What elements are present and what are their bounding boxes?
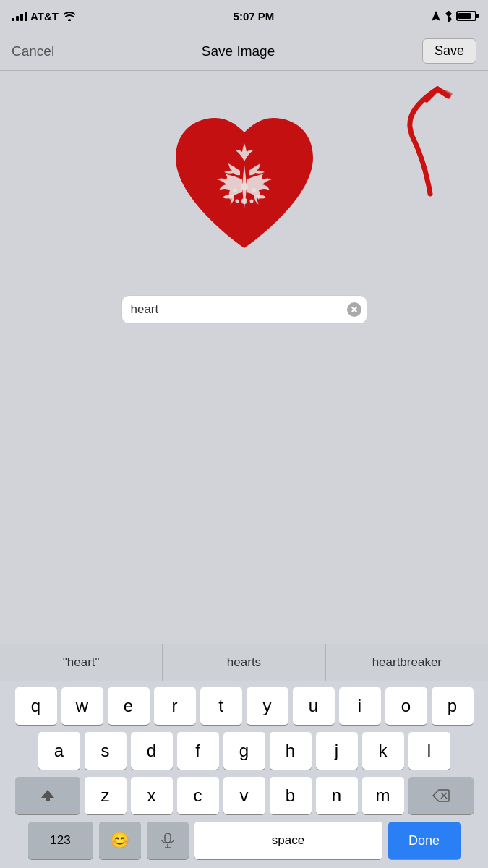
- key-t[interactable]: t: [200, 687, 242, 725]
- signal-bar-2: [16, 16, 19, 21]
- svg-point-8: [235, 200, 239, 203]
- wifi-icon: [63, 11, 76, 21]
- status-bar: AT&T 5:07 PM: [0, 0, 488, 32]
- key-c[interactable]: c: [177, 777, 219, 814]
- key-u[interactable]: u: [293, 687, 335, 725]
- status-time: 5:07 PM: [234, 10, 275, 22]
- autocomplete-bar: "heart" hearts heartbreaker: [0, 644, 488, 681]
- key-q[interactable]: q: [15, 687, 57, 725]
- svg-point-5: [241, 198, 247, 204]
- key-r[interactable]: r: [154, 687, 196, 725]
- content-area: [0, 71, 488, 375]
- svg-point-7: [252, 188, 256, 192]
- delete-key[interactable]: [408, 777, 474, 814]
- key-j[interactable]: j: [316, 732, 358, 770]
- key-i[interactable]: i: [339, 687, 381, 725]
- nav-title: Save Image: [202, 43, 275, 59]
- heart-svg: [165, 107, 324, 266]
- space-key[interactable]: space: [194, 822, 382, 859]
- arrow-annotation: [372, 78, 466, 208]
- key-d[interactable]: d: [131, 732, 173, 770]
- status-right: [432, 11, 476, 22]
- search-container: [121, 295, 367, 324]
- svg-point-9: [249, 200, 253, 203]
- key-y[interactable]: y: [247, 687, 288, 725]
- status-left: AT&T: [12, 10, 76, 22]
- key-w[interactable]: w: [61, 687, 103, 725]
- cancel-button[interactable]: Cancel: [12, 43, 54, 59]
- autocomplete-item-2[interactable]: heartbreaker: [326, 644, 488, 681]
- signal-bar-1: [12, 18, 14, 21]
- svg-rect-12: [165, 833, 171, 843]
- keyboard-row-4: 123 😊 space Done: [3, 822, 485, 865]
- carrier-label: AT&T: [30, 10, 59, 22]
- bluetooth-icon: [445, 11, 452, 22]
- svg-point-4: [241, 183, 248, 190]
- done-key[interactable]: Done: [388, 822, 461, 859]
- nav-bar: Cancel Save Image Save: [0, 32, 488, 71]
- key-l[interactable]: l: [408, 732, 450, 770]
- shift-key[interactable]: [15, 777, 80, 814]
- numbers-key[interactable]: 123: [28, 822, 93, 859]
- keyboard: q w e r t y u i o p a s d f g h j k l: [0, 681, 488, 868]
- microphone-key[interactable]: [147, 822, 189, 859]
- search-clear-button[interactable]: [347, 302, 361, 317]
- key-a[interactable]: a: [38, 732, 80, 770]
- keyboard-row-2: a s d f g h j k l: [3, 732, 485, 770]
- svg-point-6: [233, 188, 237, 192]
- key-v[interactable]: v: [223, 777, 265, 814]
- microphone-icon: [161, 833, 174, 848]
- delete-icon: [432, 789, 450, 802]
- key-s[interactable]: s: [85, 732, 127, 770]
- signal-bar-4: [25, 12, 27, 21]
- save-button[interactable]: Save: [422, 38, 476, 64]
- key-m[interactable]: m: [362, 777, 404, 814]
- search-input[interactable]: [121, 295, 367, 324]
- key-g[interactable]: g: [223, 732, 265, 770]
- key-o[interactable]: o: [385, 687, 427, 725]
- key-z[interactable]: z: [85, 777, 127, 814]
- battery-icon: [456, 11, 476, 21]
- keyboard-row-3: z x c v b n m: [3, 777, 485, 814]
- keyboard-area: "heart" hearts heartbreaker q w e r t y …: [0, 644, 488, 868]
- key-h[interactable]: h: [270, 732, 312, 770]
- location-icon: [432, 11, 440, 21]
- key-n[interactable]: n: [316, 777, 358, 814]
- key-x[interactable]: x: [131, 777, 173, 814]
- key-e[interactable]: e: [108, 687, 150, 725]
- autocomplete-item-0[interactable]: "heart": [0, 644, 163, 681]
- signal-bar-3: [20, 14, 23, 21]
- shift-icon: [40, 788, 56, 804]
- emoji-key[interactable]: 😊: [99, 822, 141, 859]
- key-k[interactable]: k: [362, 732, 404, 770]
- signal-bars: [12, 11, 27, 21]
- autocomplete-item-1[interactable]: hearts: [163, 644, 325, 681]
- battery-fill: [458, 13, 471, 19]
- key-f[interactable]: f: [177, 732, 219, 770]
- keyboard-row-1: q w e r t y u i o p: [3, 687, 485, 725]
- key-p[interactable]: p: [432, 687, 474, 725]
- key-b[interactable]: b: [270, 777, 312, 814]
- heart-image: [158, 100, 331, 273]
